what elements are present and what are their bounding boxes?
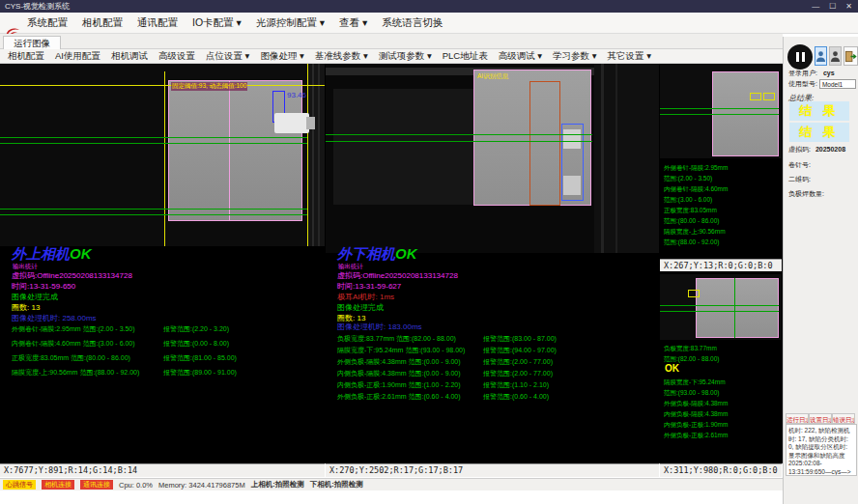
measurement-value: 内侧负极-隔膜:4.38mm 范围:(0.00 - 9.00) xyxy=(337,369,461,378)
camera-view-inner-upper: 外侧卷针-隔膜:2.95mm范围:(2.00 - 3.50)内侧卷针-隔膜:4.… xyxy=(660,64,782,272)
heartbeat-badge: 心跳信号 xyxy=(3,480,36,490)
camera-image-outer-upper[interactable]: 固定阈值:93, 动态阈值:100 93.46 xyxy=(0,64,325,246)
app-window: CYS-视觉检测系统 — ☐ ✕ 系统配置相机配置通讯配置IO卡配置 ▾光源控制… xyxy=(0,0,858,504)
toolbar: 相机配置AI使用配置相机调试高级设置点位设置 ▾图像处理 ▾基准线参数 ▾测试项… xyxy=(0,49,783,64)
result-line: 内侧负极-正极:1.90mm xyxy=(664,419,728,430)
toolbar-button[interactable]: 高级调试 ▾ xyxy=(499,50,542,63)
toolbar-button[interactable]: PLC地址表 xyxy=(443,50,488,63)
menu-items: 系统配置相机配置通讯配置IO卡配置 ▾光源控制配置 ▾查看 ▾系统语言切换 xyxy=(27,13,443,34)
toolbar-button[interactable]: AI使用配置 xyxy=(55,50,100,63)
maximize-button[interactable]: ☐ xyxy=(829,0,836,13)
pause-button[interactable] xyxy=(787,44,813,70)
label-box xyxy=(688,290,700,297)
threshold-overlay-label: 固定阈值:93, 动态阈值:100 xyxy=(171,82,247,91)
qr-label: 二维码: xyxy=(788,175,811,184)
tab-highlight xyxy=(563,176,581,195)
measurement-value: 外侧负极-正极:2.61mm 范围:(0.60 - 4.00) xyxy=(337,392,461,402)
alarm-range: 报警范围:(0.00 - 8.00) xyxy=(163,339,229,349)
toolbar-button[interactable]: 相机调试 xyxy=(111,50,148,63)
measurement-value: 内侧卷针-隔膜:4.60mm 范围:(3.00 - 6.00) xyxy=(12,339,135,349)
timestamp: 时间:13-31-59-627 xyxy=(337,281,401,292)
menu-item[interactable]: IO卡配置 ▾ xyxy=(192,16,242,30)
toolbar-button[interactable]: 基准线参数 ▾ xyxy=(315,50,368,63)
result-lines-1: 负极宽度:83.77mm范围:(82.00 - 88.00) xyxy=(664,343,719,364)
exit-button[interactable] xyxy=(844,46,858,66)
measurement-row: 内侧卷针-隔膜:4.60mm 范围:(3.00 - 6.00) 报警范围:(0.… xyxy=(12,339,321,353)
machinery-strip xyxy=(308,64,325,246)
toolbar-button[interactable]: 相机配置 xyxy=(8,50,44,63)
measurement-list: 负极宽度:83.77mm 范围:(82.00 - 88.00) 报警范围:(83… xyxy=(337,334,656,404)
measurement-row: 隔膜宽度-上:90.56mm 范围:(88.00 - 92.00) 报警范围:(… xyxy=(12,368,321,382)
log-tabs: 运行日志设置日志错误日志 xyxy=(786,413,855,424)
log-tab[interactable]: 运行日志 xyxy=(786,413,809,424)
camera-result-title: 外下相机OK xyxy=(337,245,417,264)
switch-user-button[interactable] xyxy=(829,46,842,66)
alarm-range: 报警范围:(2.00 - 77.00) xyxy=(483,369,553,378)
pixel-coordinate-bar: X:7677;Y:891;R:14;G:14;B:14 xyxy=(0,463,325,477)
measurement-value: 正极宽度:83.05mm 范围:(80.00 - 86.00) xyxy=(12,353,130,363)
menu-item[interactable]: 系统语言切换 xyxy=(382,16,443,30)
toolbar-button[interactable]: 其它设置 ▾ xyxy=(608,50,651,63)
measurement-value: 外侧卷针-隔膜:2.95mm 范围:(2.00 - 3.50) xyxy=(12,324,135,334)
model-select[interactable]: Model1 xyxy=(819,79,856,89)
result-line: 外侧卷针-隔膜:2.95mm xyxy=(664,162,728,173)
login-row: 登录用户: cys xyxy=(788,69,835,78)
toolbar-button[interactable]: 图像处理 ▾ xyxy=(260,50,303,63)
measurement-row: 外侧负极-隔膜:4.38mm 范围:(0.00 - 9.00) 报警范围:(2.… xyxy=(337,357,656,369)
pixel-coordinate-bar: X:270;Y:2502;R:17;G:17;B:17 xyxy=(326,463,659,477)
minimize-button[interactable]: — xyxy=(812,0,819,13)
measurement-row: 外侧卷针-隔膜:2.95mm 范围:(2.00 - 3.50) 报警范围:(2.… xyxy=(12,324,321,339)
result-line: 范围:(80.00 - 86.00) xyxy=(664,215,728,226)
ai-overlay-label: AI识别信息 xyxy=(476,72,509,81)
result-line: 内侧卷针-隔膜:4.60mm xyxy=(664,183,728,194)
alarm-range: 报警范围:(89.00 - 91.00) xyxy=(163,368,237,378)
menu-item[interactable]: 系统配置 xyxy=(27,16,68,30)
toolbar-button[interactable]: 点位设置 ▾ xyxy=(206,50,249,63)
result-line: 范围:(2.00 - 3.50) xyxy=(664,173,728,183)
cpu-usage: Cpu: 0.0% xyxy=(119,481,153,490)
status-ok: OK xyxy=(665,363,679,374)
tab-highlight xyxy=(563,129,581,149)
alarm-range: 报警范围:(83.00 - 87.00) xyxy=(483,334,557,344)
camera-image-outer-lower[interactable]: AI识别信息 xyxy=(326,64,659,253)
model-row: 使用型号: Model1 xyxy=(788,79,856,89)
measurement-row: 内侧负极-隔膜:4.38mm 范围:(0.00 - 9.00) 报警范围:(2.… xyxy=(337,369,656,380)
loop-count: 圈数: 13 xyxy=(12,302,40,313)
log-tab[interactable]: 设置日志 xyxy=(809,413,832,424)
menu-item[interactable]: 光源控制配置 ▾ xyxy=(256,16,325,30)
pixel-coordinate-bar: X:311;Y:980;R:0;G:0;B:0 xyxy=(660,463,782,477)
camera-link-badge: 相机连接 xyxy=(42,480,74,490)
camera-name: 外上相机 xyxy=(12,245,70,262)
menu-item[interactable]: 查看 ▾ xyxy=(339,16,367,30)
measurement-row: 正极宽度:83.05mm 范围:(80.00 - 86.00) 报警范围:(81… xyxy=(12,353,321,368)
model-label: 使用型号: xyxy=(788,80,817,87)
pixel-coordinate-bar: X:267;Y:13;R:0;G:0;B:0 xyxy=(660,259,782,271)
status-ok: OK xyxy=(70,245,92,262)
menu-item[interactable]: 通讯配置 xyxy=(137,16,178,30)
camera-image-inner-upper[interactable] xyxy=(660,64,782,158)
result-line: 内侧负极-隔膜:4.38mm xyxy=(664,408,728,419)
close-button[interactable]: ✕ xyxy=(845,0,852,13)
log-output[interactable]: 机时: 222, 缺陷检测机时: 17, 缺陷分类机时: 0, 缺陷提取分区机时… xyxy=(786,424,857,476)
toolbar-button[interactable]: 学习参数 ▾ xyxy=(553,50,596,63)
virtual-code: 虚拟码:Offline20250208133134728 xyxy=(12,270,132,281)
result-line: 隔膜宽度-上:90.56mm xyxy=(664,226,728,237)
camera-image-inner-lower[interactable] xyxy=(660,274,782,340)
upper-camera-status: 上相机:拍照检测 xyxy=(251,480,304,490)
window-title: CYS-视觉检测系统 xyxy=(5,2,70,11)
blue-measure-value: 93.46 xyxy=(287,91,306,99)
menu-item[interactable]: 相机配置 xyxy=(82,16,123,30)
vcode-row: 虚拟码: 20250208 xyxy=(788,145,845,154)
processing-done: 图像处理完成 xyxy=(337,302,384,313)
result-line: 范围:(93.00 - 98.00) xyxy=(664,387,728,398)
measurement-row: 内侧负极-正极:1.90mm 范围:(1.00 - 2.20) 报警范围:(1.… xyxy=(337,380,656,392)
result-line: 外侧负极-正极:2.61mm xyxy=(664,430,728,440)
label-box xyxy=(763,93,775,100)
tab-run-image[interactable]: 运行图像 xyxy=(3,36,61,50)
login-user-button[interactable] xyxy=(815,46,827,66)
toolbar-button[interactable]: 测试项参数 ▾ xyxy=(379,50,432,63)
log-tab[interactable]: 错误日志 xyxy=(832,413,855,424)
toolbar-button[interactable]: 高级设置 xyxy=(158,50,195,63)
camera-name: 外下相机 xyxy=(337,245,395,262)
result-lines-2: 隔膜宽度-下:95.24mm范围:(93.00 - 98.00)外侧负极-隔膜:… xyxy=(664,377,728,440)
